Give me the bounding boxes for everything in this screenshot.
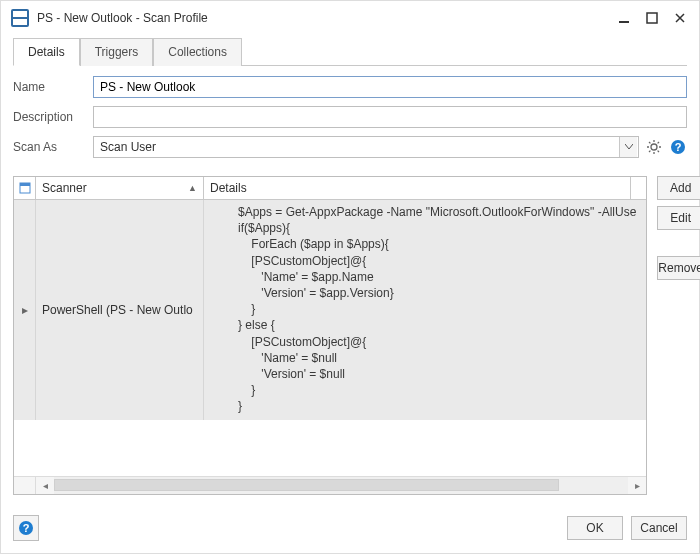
grid-empty-area — [14, 420, 646, 476]
svg-rect-17 — [20, 183, 30, 186]
svg-rect-4 — [647, 13, 657, 23]
edit-button[interactable]: Edit — [657, 206, 700, 230]
tab-collections[interactable]: Collections — [153, 38, 242, 66]
svg-text:?: ? — [675, 141, 682, 153]
svg-text:?: ? — [23, 522, 30, 534]
grid-header: Scanner ▲ Details — [14, 177, 646, 200]
table-row[interactable]: ▸ PowerShell (PS - New Outlo $Apps = Get… — [14, 200, 646, 420]
row-indicator-icon: ▸ — [14, 200, 36, 420]
side-buttons: Add Edit Remove — [657, 176, 700, 495]
name-input[interactable] — [93, 76, 687, 98]
dialog-window: PS - New Outlook - Scan Profile Details … — [0, 0, 700, 554]
app-icon — [9, 7, 31, 29]
scan-as-value: Scan User — [100, 140, 619, 154]
svg-rect-2 — [13, 19, 27, 25]
description-label: Description — [13, 110, 93, 124]
svg-line-12 — [649, 151, 650, 152]
scan-as-label: Scan As — [13, 140, 93, 154]
description-input[interactable] — [93, 106, 687, 128]
column-header-details[interactable]: Details — [204, 177, 630, 199]
name-label: Name — [13, 80, 93, 94]
cancel-button[interactable]: Cancel — [631, 516, 687, 540]
close-button[interactable] — [673, 11, 687, 25]
scan-as-wrap: Scan User ? — [93, 136, 687, 158]
gear-icon[interactable] — [645, 138, 663, 156]
scroll-thumb[interactable] — [54, 479, 559, 491]
svg-rect-1 — [13, 11, 27, 17]
footer-buttons: OK Cancel — [567, 516, 687, 540]
sort-asc-icon: ▲ — [188, 183, 197, 193]
scan-as-select[interactable]: Scan User — [93, 136, 639, 158]
scanner-grid: Scanner ▲ Details ▸ PowerShell (PS - New… — [13, 176, 647, 495]
remove-button[interactable]: Remove — [657, 256, 700, 280]
window-title: PS - New Outlook - Scan Profile — [37, 11, 208, 25]
cell-scanner: PowerShell (PS - New Outlo — [36, 200, 204, 420]
svg-line-11 — [658, 151, 659, 152]
scan-as-row: Scan As Scan User ? — [13, 136, 687, 158]
svg-line-10 — [649, 142, 650, 143]
tab-details[interactable]: Details — [13, 38, 80, 66]
column-scanner-label: Scanner — [42, 181, 87, 195]
content-area: Details Triggers Collections Name Descri… — [1, 31, 699, 505]
column-header-spacer — [630, 177, 646, 199]
description-row: Description — [13, 106, 687, 128]
horizontal-scrollbar[interactable]: ◂ ▸ — [14, 476, 646, 494]
column-header-scanner[interactable]: Scanner ▲ — [36, 177, 204, 199]
chevron-down-icon — [619, 137, 637, 157]
help-button[interactable]: ? — [13, 515, 39, 541]
svg-rect-3 — [619, 21, 629, 23]
svg-line-13 — [658, 142, 659, 143]
scrollbar-gutter — [14, 477, 36, 494]
scroll-right-icon[interactable]: ▸ — [628, 477, 646, 494]
minimize-button[interactable] — [617, 11, 631, 25]
grid-area: Scanner ▲ Details ▸ PowerShell (PS - New… — [13, 176, 687, 495]
column-details-label: Details — [210, 181, 247, 195]
row-selector-header[interactable] — [14, 177, 36, 199]
name-row: Name — [13, 76, 687, 98]
tab-triggers[interactable]: Triggers — [80, 38, 154, 66]
grid-body: ▸ PowerShell (PS - New Outlo $Apps = Get… — [14, 200, 646, 476]
scroll-track[interactable] — [54, 477, 628, 494]
ok-button[interactable]: OK — [567, 516, 623, 540]
add-button[interactable]: Add — [657, 176, 700, 200]
tab-strip: Details Triggers Collections — [13, 37, 687, 66]
scroll-left-icon[interactable]: ◂ — [36, 477, 54, 494]
cell-details: $Apps = Get-AppxPackage -Name "Microsoft… — [204, 200, 646, 420]
window-controls — [617, 11, 691, 25]
help-icon[interactable]: ? — [669, 138, 687, 156]
footer: ? OK Cancel — [1, 505, 699, 553]
titlebar: PS - New Outlook - Scan Profile — [1, 1, 699, 31]
maximize-button[interactable] — [645, 11, 659, 25]
svg-point-5 — [651, 144, 657, 150]
